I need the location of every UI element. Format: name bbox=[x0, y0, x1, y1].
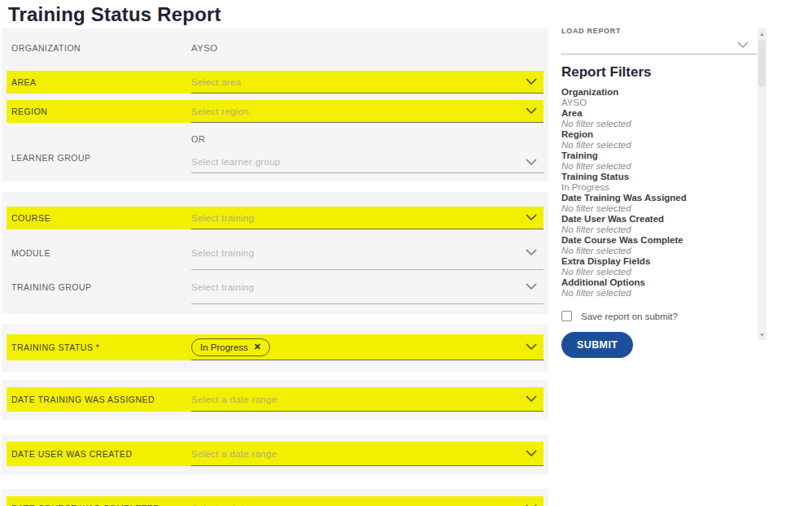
filter-name: Organization bbox=[561, 87, 757, 98]
region-placeholder: Select region bbox=[191, 107, 249, 116]
filter-item-date-user-created: Date User Was Created No filter selected bbox=[561, 214, 757, 235]
filter-name: Training Status bbox=[561, 172, 757, 182]
filter-item-additional-options: Additional Options No filter selected bbox=[561, 277, 757, 299]
filter-name: Additional Options bbox=[561, 277, 757, 288]
submit-button[interactable]: SUBMIT bbox=[561, 332, 633, 358]
filter-name: Extra Display Fields bbox=[561, 256, 757, 267]
form-card-date-assigned: DATE TRAINING WAS ASSIGNED Select a date… bbox=[2, 380, 548, 420]
report-form: ORGANIZATION AYSO AREA Select area REGIO… bbox=[2, 28, 548, 506]
form-card-location: ORGANIZATION AYSO AREA Select area REGIO… bbox=[2, 28, 548, 181]
form-card-date-user-created: DATE USER WAS CREATED Select a date rang… bbox=[2, 434, 548, 474]
report-filters-panel: LOAD REPORT Report Filters Organization … bbox=[561, 27, 757, 358]
save-report-row: Save report on submit? bbox=[561, 311, 757, 321]
filter-value: No filter selected bbox=[561, 225, 757, 235]
learner-group-placeholder: Select learner group bbox=[191, 157, 281, 167]
filter-name: Area bbox=[561, 108, 757, 119]
area-label: AREA bbox=[7, 77, 191, 87]
save-report-checkbox[interactable] bbox=[561, 311, 572, 321]
chevron-down-icon bbox=[526, 78, 537, 85]
page-title: Training Status Report bbox=[8, 3, 221, 26]
chevron-down-icon bbox=[526, 395, 537, 403]
date-user-created-placeholder: Select a date range bbox=[191, 449, 277, 459]
course-select[interactable]: COURSE Select training bbox=[7, 207, 544, 229]
filter-item-region: Region No filter selected bbox=[561, 129, 757, 150]
filter-item-training: Training No filter selected bbox=[561, 150, 757, 172]
filter-item-area: Area No filter selected bbox=[561, 108, 757, 129]
region-select[interactable]: REGION Select region bbox=[7, 100, 544, 123]
training-group-label: TRAINING GROUP bbox=[7, 282, 191, 292]
chevron-down-icon bbox=[526, 214, 537, 221]
filter-name: Training bbox=[561, 150, 757, 161]
chevron-down-icon bbox=[526, 159, 537, 166]
chevron-down-icon bbox=[526, 107, 537, 115]
or-separator-text: OR bbox=[191, 134, 544, 144]
chip-remove-icon[interactable]: ✕ bbox=[254, 342, 261, 351]
learner-group-select[interactable]: Select learner group bbox=[191, 151, 544, 173]
filter-name: Date Course Was Complete bbox=[561, 235, 757, 246]
filter-item-organization: Organization AYSO bbox=[561, 87, 757, 108]
filter-value: No filter selected bbox=[561, 246, 757, 256]
filter-item-date-course-complete: Date Course Was Complete No filter selec… bbox=[561, 235, 757, 256]
course-placeholder: Select training bbox=[191, 213, 254, 223]
training-group-placeholder: Select training bbox=[191, 282, 254, 292]
learner-group-label: LEARNER GROUP bbox=[7, 153, 191, 173]
date-course-completed-placeholder: Select a date range bbox=[191, 504, 277, 506]
organization-label: ORGANIZATION bbox=[7, 43, 191, 53]
organization-value: AYSO bbox=[191, 43, 218, 53]
training-status-select[interactable]: TRAINING STATUS * In Progress ✕ bbox=[7, 334, 544, 360]
filter-item-extra-display-fields: Extra Display Fields No filter selected bbox=[561, 256, 757, 277]
scrollbar-thumb[interactable] bbox=[758, 40, 766, 87]
training-status-chip-label: In Progress bbox=[200, 342, 248, 352]
chevron-down-icon bbox=[526, 343, 537, 351]
module-placeholder: Select training bbox=[191, 248, 254, 258]
training-status-label: TRAINING STATUS * bbox=[7, 342, 191, 352]
filters-title: Report Filters bbox=[561, 64, 757, 81]
filter-value: No filter selected bbox=[561, 140, 757, 150]
learner-group-row: LEARNER GROUP OR Select learner group bbox=[7, 129, 544, 173]
area-select[interactable]: AREA Select area bbox=[7, 71, 544, 94]
form-card-training: COURSE Select training MODULE Select tra… bbox=[2, 192, 548, 314]
course-label: COURSE bbox=[7, 213, 191, 223]
chevron-down-icon bbox=[526, 283, 537, 290]
date-training-assigned-placeholder: Select a date range bbox=[191, 395, 277, 404]
filter-item-date-training-assigned: Date Training Was Assigned No filter sel… bbox=[561, 193, 757, 214]
filter-item-training-status: Training Status In Progress bbox=[561, 172, 757, 193]
date-training-assigned-label: DATE TRAINING WAS ASSIGNED bbox=[7, 395, 191, 404]
form-card-date-completed: DATE COURSE WAS COMPLETED Select a date … bbox=[2, 489, 548, 506]
filter-value: No filter selected bbox=[561, 119, 757, 129]
load-report-label: LOAD REPORT bbox=[561, 27, 757, 35]
region-label: REGION bbox=[7, 107, 191, 116]
filter-value: No filter selected bbox=[561, 288, 757, 299]
filter-name: Date User Was Created bbox=[561, 214, 757, 225]
filter-name: Region bbox=[561, 129, 757, 140]
date-training-assigned-select[interactable]: DATE TRAINING WAS ASSIGNED Select a date… bbox=[7, 387, 544, 412]
load-report-select[interactable] bbox=[561, 35, 757, 55]
form-card-training-status: TRAINING STATUS * In Progress ✕ bbox=[2, 325, 548, 372]
filter-name: Date Training Was Assigned bbox=[561, 193, 757, 203]
training-group-select[interactable]: TRAINING GROUP Select training bbox=[7, 270, 544, 304]
chevron-down-icon bbox=[526, 249, 537, 256]
chevron-down-icon bbox=[526, 450, 537, 457]
date-course-completed-select[interactable]: DATE COURSE WAS COMPLETED Select a date … bbox=[7, 496, 544, 506]
date-user-created-select[interactable]: DATE USER WAS CREATED Select a date rang… bbox=[7, 442, 544, 466]
training-status-chip[interactable]: In Progress ✕ bbox=[191, 338, 270, 356]
filter-value: AYSO bbox=[561, 98, 757, 108]
chevron-down-icon bbox=[737, 41, 749, 49]
organization-row: ORGANIZATION AYSO bbox=[7, 32, 544, 64]
module-label: MODULE bbox=[7, 248, 191, 258]
filter-value: No filter selected bbox=[561, 203, 757, 214]
area-placeholder: Select area bbox=[191, 77, 241, 87]
module-select[interactable]: MODULE Select training bbox=[7, 236, 544, 270]
filter-value: No filter selected bbox=[561, 161, 757, 172]
panel-scrollbar[interactable]: ▲ ▼ bbox=[757, 28, 766, 340]
filter-value: No filter selected bbox=[561, 267, 757, 277]
filter-value: In Progress bbox=[561, 182, 757, 193]
scroll-up-icon[interactable]: ▲ bbox=[757, 29, 766, 38]
save-report-label: Save report on submit? bbox=[581, 312, 678, 321]
date-user-created-label: DATE USER WAS CREATED bbox=[7, 449, 191, 459]
scroll-down-icon[interactable]: ▼ bbox=[757, 330, 766, 339]
